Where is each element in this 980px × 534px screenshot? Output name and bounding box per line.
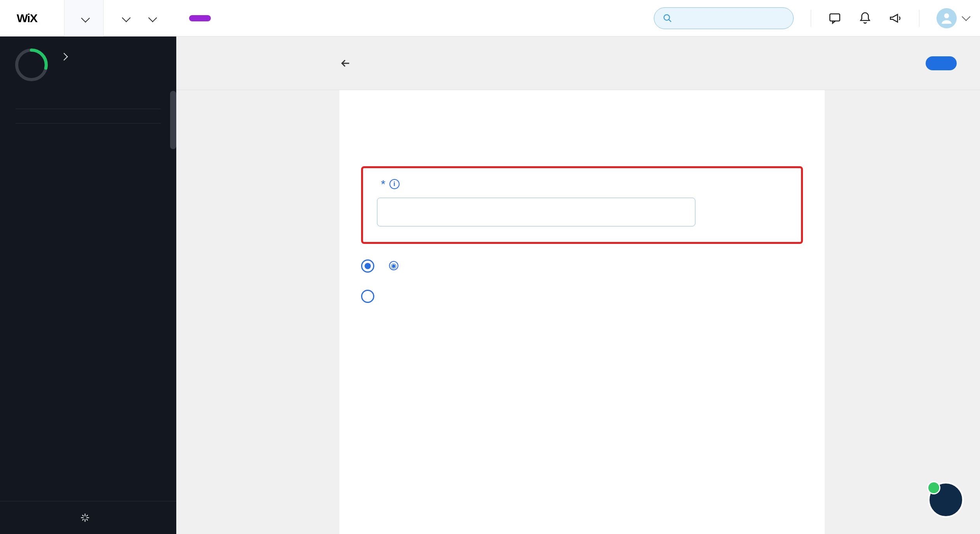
nav-explore[interactable] bbox=[119, 12, 129, 24]
svg-rect-3 bbox=[830, 14, 840, 21]
radio-all-keys[interactable] bbox=[361, 259, 374, 273]
sparkle-icon bbox=[80, 512, 90, 523]
site-switcher[interactable] bbox=[64, 0, 104, 37]
chat-icon[interactable] bbox=[828, 12, 841, 25]
target-url-input[interactable] bbox=[377, 198, 695, 226]
divider bbox=[16, 109, 161, 109]
search-box[interactable] bbox=[654, 7, 794, 29]
structure-icon: ◉ bbox=[389, 261, 398, 270]
divider bbox=[811, 10, 811, 27]
activate-button[interactable] bbox=[926, 56, 957, 70]
quick-access-button[interactable] bbox=[0, 501, 176, 534]
chevron-down-icon bbox=[962, 14, 968, 22]
search-icon bbox=[663, 13, 672, 24]
sidebar-scrollbar[interactable] bbox=[170, 91, 176, 149]
back-button[interactable] bbox=[339, 57, 359, 70]
chevron-down-icon bbox=[82, 12, 88, 25]
setup-progress-card[interactable] bbox=[0, 37, 176, 98]
chevron-down-icon bbox=[122, 12, 129, 24]
nav-help[interactable] bbox=[146, 12, 155, 24]
chevron-down-icon bbox=[149, 12, 155, 24]
account-menu[interactable] bbox=[937, 8, 968, 28]
progress-ring bbox=[14, 47, 49, 82]
upgrade-button[interactable] bbox=[189, 15, 211, 21]
avatar-icon bbox=[937, 8, 957, 28]
svg-text:WiX: WiX bbox=[17, 12, 38, 24]
radio-customize[interactable] bbox=[361, 290, 374, 303]
radio-all-keys-sub: ◉ bbox=[384, 261, 404, 270]
wix-logo[interactable]: WiX bbox=[0, 0, 64, 37]
help-fab[interactable] bbox=[928, 482, 964, 518]
megaphone-icon[interactable] bbox=[889, 12, 902, 25]
svg-line-2 bbox=[669, 19, 671, 22]
arrow-left-icon bbox=[339, 57, 352, 70]
required-star: * bbox=[381, 177, 386, 191]
search-input[interactable] bbox=[678, 12, 785, 24]
divider bbox=[919, 10, 919, 27]
target-url-highlight: * i bbox=[361, 166, 803, 244]
divider bbox=[16, 123, 161, 123]
svg-point-4 bbox=[944, 13, 949, 18]
bell-icon[interactable] bbox=[858, 12, 872, 25]
info-icon[interactable]: i bbox=[389, 179, 400, 189]
help-badge bbox=[927, 481, 940, 494]
view-all-steps-link[interactable] bbox=[58, 50, 67, 62]
chevron-right-icon bbox=[61, 50, 67, 62]
svg-point-1 bbox=[664, 14, 669, 20]
progress-text bbox=[14, 47, 49, 82]
